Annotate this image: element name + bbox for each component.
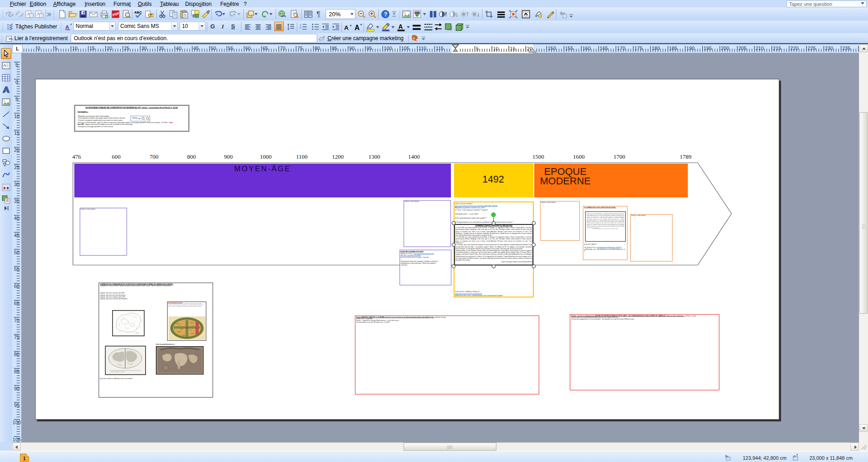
svg-text:50: 50 — [211, 46, 216, 51]
svg-text:A: A — [398, 23, 403, 30]
svg-text:A: A — [3, 63, 6, 68]
svg-text:230: 230 — [825, 46, 833, 51]
svg-text:15: 15 — [510, 46, 515, 51]
svg-text:155: 155 — [565, 46, 573, 51]
svg-text:185: 185 — [669, 46, 677, 51]
svg-text:210: 210 — [755, 46, 763, 51]
svg-text:A: A — [354, 24, 359, 31]
svg-text:175: 175 — [634, 46, 642, 51]
svg-text:55: 55 — [228, 46, 233, 51]
svg-text:A: A — [344, 24, 349, 31]
svg-text:205: 205 — [738, 46, 746, 51]
svg-text:225: 225 — [808, 46, 816, 51]
svg-text:10: 10 — [493, 46, 498, 51]
svg-text:0: 0 — [37, 46, 40, 51]
svg-text:1: 1 — [23, 456, 26, 461]
svg-text:carte o estampe vers 1508: carte o estampe vers 1508 — [110, 371, 124, 373]
svg-text:65: 65 — [263, 46, 268, 51]
svg-text:180: 180 — [652, 46, 660, 51]
svg-text:110: 110 — [418, 46, 427, 51]
svg-text:215: 215 — [773, 46, 781, 51]
svg-text:2.: 2. — [300, 26, 302, 29]
svg-text:100: 100 — [384, 46, 392, 51]
svg-text:115: 115 — [436, 46, 444, 51]
svg-text:95: 95 — [367, 46, 372, 51]
svg-text:235: 235 — [842, 46, 850, 51]
svg-text:160: 160 — [582, 46, 591, 51]
svg-text:5: 5 — [55, 46, 58, 51]
svg-text:90: 90 — [349, 46, 354, 51]
svg-text:60: 60 — [245, 46, 250, 51]
svg-text:70: 70 — [280, 46, 285, 51]
svg-text:80: 80 — [314, 46, 320, 51]
svg-text:25: 25 — [124, 46, 129, 51]
svg-text:10: 10 — [72, 46, 77, 51]
svg-text:165: 165 — [600, 46, 608, 51]
svg-text:190: 190 — [686, 46, 695, 51]
svg-text:c.1154: c.1154 — [135, 332, 139, 334]
svg-text:?: ? — [384, 11, 387, 18]
svg-text:150: 150 — [548, 46, 556, 51]
svg-text:15: 15 — [89, 46, 95, 51]
svg-text:¶: ¶ — [317, 10, 321, 18]
svg-text:85: 85 — [332, 46, 337, 51]
svg-text:30: 30 — [141, 46, 147, 51]
svg-text:40: 40 — [176, 46, 182, 51]
svg-text:105: 105 — [401, 46, 409, 51]
svg-text:200: 200 — [721, 46, 729, 51]
svg-text:195: 195 — [704, 46, 712, 51]
svg-text:170: 170 — [617, 46, 625, 51]
svg-text:A: A — [65, 24, 69, 30]
svg-text:20: 20 — [107, 46, 112, 51]
svg-text:35: 35 — [159, 46, 164, 51]
svg-text:75: 75 — [297, 46, 303, 51]
svg-text:45: 45 — [193, 46, 199, 51]
svg-text:220: 220 — [790, 46, 798, 51]
